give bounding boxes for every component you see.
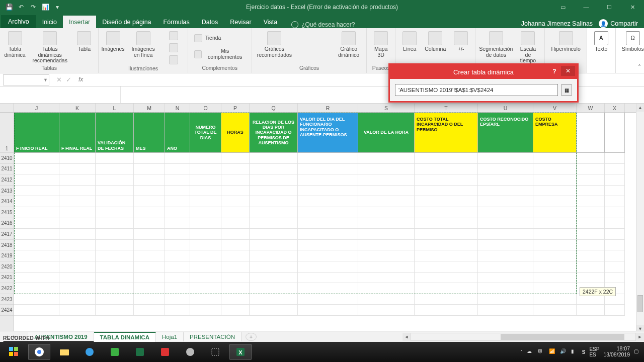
cell[interactable] (59, 207, 96, 218)
cell[interactable] (14, 273, 59, 284)
cell[interactable] (478, 294, 533, 305)
cell[interactable] (250, 186, 298, 197)
cell[interactable] (358, 305, 415, 316)
cell[interactable] (577, 218, 605, 229)
col-header[interactable]: K (59, 104, 96, 112)
cell[interactable] (250, 218, 298, 229)
cell[interactable] (96, 174, 134, 186)
cell[interactable] (298, 273, 358, 284)
cell[interactable] (478, 273, 533, 284)
cell[interactable] (14, 283, 59, 294)
row-header[interactable]: 2420 (0, 261, 14, 273)
row-header[interactable]: 2410 (0, 153, 14, 164)
cell[interactable] (358, 294, 415, 305)
store-button[interactable]: Tienda (192, 33, 248, 43)
collapse-ribbon-icon[interactable]: ˄ (638, 64, 641, 71)
cell[interactable] (59, 229, 96, 240)
cell[interactable] (577, 240, 605, 251)
redo-icon[interactable]: ↷ (29, 3, 37, 11)
cell[interactable] (59, 273, 96, 284)
cell[interactable] (577, 261, 605, 273)
tab-revisar[interactable]: Revisar (224, 16, 257, 28)
cell[interactable] (478, 207, 533, 218)
cell[interactable] (605, 196, 625, 207)
col-header[interactable]: L (96, 104, 134, 112)
cell[interactable] (358, 250, 415, 261)
cell[interactable] (221, 164, 250, 175)
task-chrome[interactable] (28, 344, 50, 360)
col-header[interactable]: P (221, 104, 250, 112)
chart-type-icon[interactable] (308, 43, 318, 51)
cell[interactable] (605, 164, 625, 175)
cell[interactable] (605, 153, 625, 164)
undo-icon[interactable]: ↶ (17, 3, 25, 11)
addins-button[interactable]: Mis complementos (192, 47, 248, 61)
cell[interactable] (59, 174, 96, 186)
cell[interactable] (190, 273, 221, 284)
cell[interactable] (577, 305, 605, 316)
cell[interactable] (250, 273, 298, 284)
cell[interactable] (358, 207, 415, 218)
cell[interactable] (190, 186, 221, 197)
row-header[interactable]: 2423 (0, 294, 14, 305)
cell[interactable] (165, 283, 190, 294)
share-button[interactable]: 👤Compartir (599, 19, 638, 28)
cell[interactable] (96, 250, 134, 261)
cell[interactable] (96, 196, 134, 207)
cell[interactable] (415, 294, 478, 305)
cell[interactable] (59, 186, 96, 197)
cell[interactable] (59, 305, 96, 316)
cell[interactable] (134, 164, 165, 175)
online-images-button[interactable]: Imágenes en línea (126, 30, 160, 59)
text-button[interactable]: ATexto (591, 30, 611, 53)
cell[interactable] (134, 305, 165, 316)
cell[interactable] (190, 305, 221, 316)
row-header[interactable]: 2413 (0, 186, 14, 197)
cell[interactable] (59, 261, 96, 273)
scroll-right-icon[interactable]: ► (636, 333, 644, 341)
tray-up-icon[interactable]: ˄ (520, 349, 523, 355)
cell[interactable] (59, 218, 96, 229)
cancel-formula-icon[interactable]: ✕ (56, 76, 62, 83)
cell[interactable] (605, 186, 625, 197)
sheet-tab-tabla-dinamica[interactable]: TABLA DINAMICA (94, 332, 156, 342)
cell[interactable] (577, 174, 605, 186)
task-snip[interactable] (204, 344, 226, 360)
cell[interactable] (533, 261, 577, 273)
cell[interactable] (533, 186, 577, 197)
cell[interactable] (221, 196, 250, 207)
col-header[interactable]: U (478, 104, 533, 112)
tray-battery-icon[interactable]: ▮ (571, 348, 578, 355)
cell[interactable] (250, 283, 298, 294)
cell[interactable] (250, 261, 298, 273)
cell[interactable] (14, 294, 59, 305)
cell[interactable] (533, 174, 577, 186)
ribbon-options-icon[interactable]: ▭ (551, 0, 575, 14)
cell[interactable] (577, 196, 605, 207)
col-header[interactable]: N (165, 104, 190, 112)
scroll-up-icon[interactable]: ▲ (636, 104, 644, 112)
cell[interactable] (577, 164, 605, 175)
cell[interactable] (250, 229, 298, 240)
start-button[interactable] (3, 344, 25, 360)
cell[interactable] (96, 305, 134, 316)
cell[interactable] (165, 153, 190, 164)
col-header[interactable]: V (533, 104, 577, 112)
cell[interactable] (165, 294, 190, 305)
row-header[interactable]: 1 (0, 113, 14, 153)
screenshot-icon[interactable] (164, 54, 184, 65)
row-header[interactable]: 2421 (0, 273, 14, 284)
maximize-icon[interactable]: ☐ (598, 0, 621, 14)
cell[interactable] (221, 186, 250, 197)
customize-qat-icon[interactable]: ▾ (53, 3, 61, 11)
cell[interactable] (165, 261, 190, 273)
task-excel[interactable]: X (229, 344, 252, 360)
dialog-help-icon[interactable]: ? (550, 67, 559, 76)
cell[interactable] (250, 207, 298, 218)
cell[interactable] (14, 186, 59, 197)
cell[interactable] (358, 196, 415, 207)
cell[interactable] (221, 240, 250, 251)
cell[interactable] (165, 305, 190, 316)
col-header[interactable]: W (577, 104, 605, 112)
cell[interactable] (250, 196, 298, 207)
